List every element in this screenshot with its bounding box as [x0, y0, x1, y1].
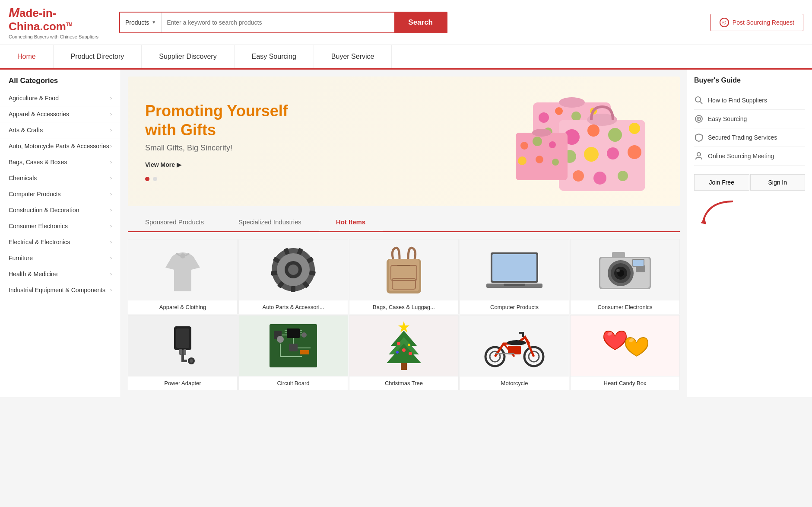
sidebar-item-electrical[interactable]: Electrical & Electronics › [0, 234, 121, 250]
chevron-right-icon: › [110, 127, 112, 133]
product-label-auto: Auto Parts & Accessori... [239, 300, 348, 314]
guide-item-secured-trading[interactable]: Secured Trading Services [694, 128, 805, 147]
svg-rect-67 [612, 252, 625, 258]
hoodie-icon [163, 244, 202, 296]
product-card-electronics[interactable]: Consumer Electronics [570, 239, 680, 314]
guide-item-online-meeting[interactable]: Online Sourcing Meeting [694, 147, 805, 166]
right-panel: Buyer's Guide How to Find Suppliers Easy… [687, 70, 812, 397]
main-nav: Home Product Directory Supplier Discover… [0, 45, 812, 70]
product-card-bags[interactable]: Bags, Cases & Luggag... [349, 239, 459, 314]
tab-sponsored[interactable]: Sponsored Products [128, 213, 221, 231]
sign-in-button[interactable]: Sign In [750, 174, 806, 191]
sidebar-item-industrial[interactable]: Industrial Equipment & Components › [0, 282, 121, 298]
guide-item-find-suppliers[interactable]: How to Find Suppliers [694, 91, 805, 110]
search-input[interactable] [162, 13, 394, 32]
red-arrow-icon [694, 199, 737, 225]
svg-point-28 [532, 129, 551, 137]
svg-rect-56 [492, 254, 536, 281]
product-card-christmas[interactable]: Christmas Tree [349, 315, 459, 390]
product-card-motorcycle[interactable]: Motorcycle [460, 315, 569, 390]
sidebar-label: Consumer Electronics [9, 223, 68, 230]
product-card-adapter[interactable]: Power Adapter [128, 315, 238, 390]
product-card-auto[interactable]: Auto Parts & Accessori... [238, 239, 348, 314]
join-free-button[interactable]: Join Free [694, 174, 749, 191]
sidebar-label: Chemicals [9, 175, 37, 182]
tab-hot-items[interactable]: Hot Items [319, 213, 383, 232]
nav-supplier-discovery[interactable]: Supplier Discovery [142, 45, 234, 68]
shield-icon [694, 133, 704, 142]
svg-point-102 [396, 351, 399, 354]
hero-banner[interactable]: Promoting Yourself with Gifts Small Gift… [128, 77, 680, 206]
banner-view-more-link[interactable]: View More ▶ [145, 161, 301, 168]
svg-point-30 [533, 137, 542, 146]
svg-rect-98 [401, 363, 407, 370]
svg-rect-69 [633, 260, 644, 266]
banner-dot-1[interactable] [145, 177, 149, 181]
logo-area: Made-in-China.comTM Connecting Buyers wi… [9, 5, 112, 39]
sidebar-item-furniture[interactable]: Furniture › [0, 250, 121, 266]
sidebar-item-arts[interactable]: Arts & Crafts › [0, 122, 121, 138]
sidebar-item-computer[interactable]: Computer Products › [0, 186, 121, 202]
product-img-computer [460, 239, 569, 300]
svg-point-26 [618, 171, 628, 181]
sidebar-item-auto[interactable]: Auto, Motorcycle Parts & Accessories › [0, 138, 121, 154]
nav-buyer-service[interactable]: Buyer Service [314, 45, 392, 68]
gift-bags-illustration [507, 85, 654, 198]
svg-rect-47 [291, 286, 295, 292]
sidebar-item-agriculture[interactable]: Agriculture & Food › [0, 90, 121, 106]
sidebar-item-construction[interactable]: Construction & Decoration › [0, 202, 121, 218]
svg-point-1 [559, 97, 585, 108]
chevron-right-icon: › [110, 95, 112, 101]
svg-point-101 [402, 348, 406, 352]
product-card-apparel[interactable]: Apparel & Clothing [128, 239, 238, 314]
banner-dot-2[interactable] [153, 177, 157, 181]
svg-point-99 [397, 342, 400, 345]
product-label-motorcycle: Motorcycle [460, 376, 569, 390]
product-label-computer: Computer Products [460, 300, 569, 314]
chevron-right-icon: › [110, 111, 112, 117]
sidebar-item-health[interactable]: Health & Medicine › [0, 266, 121, 282]
logo[interactable]: Made-in-China.comTM Connecting Buyers wi… [9, 5, 112, 39]
sidebar-title: All Categories [0, 77, 121, 90]
search-category-label: Products [125, 19, 149, 26]
svg-point-33 [536, 156, 543, 163]
svg-point-32 [518, 156, 527, 165]
product-label-circuit: Circuit Board [239, 376, 348, 390]
svg-rect-58 [504, 284, 525, 286]
arrow-annotation [694, 199, 805, 225]
search-button[interactable]: Search [394, 13, 447, 32]
svg-rect-51 [389, 259, 419, 291]
product-label-christmas: Christmas Tree [349, 376, 458, 390]
tab-specialized[interactable]: Specialized Industries [221, 213, 319, 231]
post-sourcing-button[interactable]: ◎ Post Sourcing Request [710, 14, 803, 31]
chevron-down-icon: ▼ [152, 20, 156, 25]
guide-label: Online Sourcing Meeting [708, 153, 774, 159]
search-area: Products ▼ Search [119, 12, 447, 33]
product-card-circuit[interactable]: Circuit Board [238, 315, 348, 390]
nav-home[interactable]: Home [0, 45, 54, 68]
svg-point-3 [555, 107, 563, 115]
sidebar-label: Electrical & Electronics [9, 239, 70, 246]
search-category-dropdown[interactable]: Products ▼ [120, 13, 162, 32]
guide-item-easy-sourcing[interactable]: Easy Sourcing [694, 110, 805, 128]
product-grid-row1: Apparel & Clothing [128, 239, 680, 314]
nav-easy-sourcing[interactable]: Easy Sourcing [235, 45, 314, 68]
product-tabs: Sponsored Products Specialized Industrie… [128, 213, 680, 232]
sidebar-label: Bags, Cases & Boxes [9, 159, 67, 166]
product-card-candy[interactable]: Heart Candy Box [570, 315, 680, 390]
sourcing-icon: ◎ [720, 18, 729, 27]
sidebar-item-bags[interactable]: Bags, Cases & Boxes › [0, 154, 121, 170]
sidebar-item-apparel[interactable]: Apparel & Accessories › [0, 106, 121, 122]
guide-label: How to Find Suppliers [708, 97, 767, 104]
nav-product-directory[interactable]: Product Directory [54, 45, 142, 68]
chevron-right-icon: › [110, 223, 112, 229]
sidebar-label: Construction & Decoration [9, 207, 79, 214]
post-sourcing-label: Post Sourcing Request [733, 19, 794, 26]
chevron-right-icon: › [110, 271, 112, 277]
product-card-computer[interactable]: Computer Products [460, 239, 569, 314]
header: Made-in-China.comTM Connecting Buyers wi… [0, 0, 812, 45]
sidebar-item-consumer-electronics[interactable]: Consumer Electronics › [0, 218, 121, 234]
banner-image [507, 81, 654, 202]
svg-point-19 [629, 123, 640, 134]
sidebar-item-chemicals[interactable]: Chemicals › [0, 170, 121, 186]
